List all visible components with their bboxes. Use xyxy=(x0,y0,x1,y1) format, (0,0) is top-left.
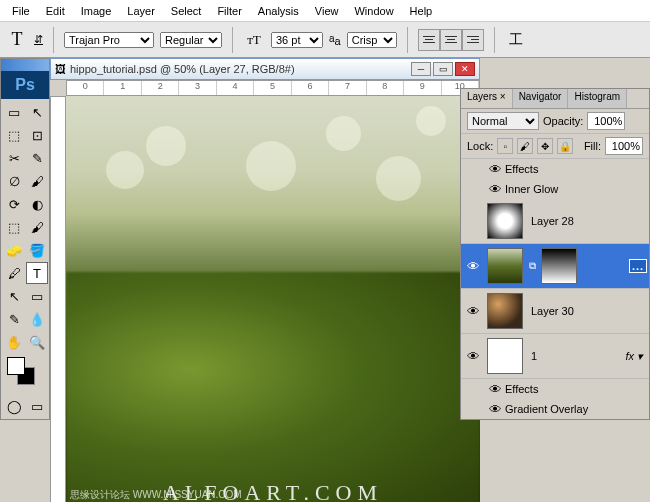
fill-input[interactable] xyxy=(605,137,643,155)
shape-tool[interactable]: ▭ xyxy=(26,285,48,307)
antialias-select[interactable]: Crisp xyxy=(347,32,397,48)
lasso-tool[interactable]: ⬚ xyxy=(3,124,25,146)
menu-layer[interactable]: Layer xyxy=(119,2,163,20)
tab-layers[interactable]: Layers × xyxy=(461,89,513,108)
document-icon: 🖼 xyxy=(55,63,66,75)
lock-transparency-icon[interactable]: ▫ xyxy=(497,138,513,154)
layer-row-selected[interactable]: 👁 ⧉ ... xyxy=(461,244,649,289)
effects-row[interactable]: 👁 Effects xyxy=(461,159,649,179)
dodge-tool[interactable]: 🪣 xyxy=(26,239,48,261)
blur-tool[interactable]: 🧽 xyxy=(3,239,25,261)
layer-expand-icon[interactable]: ... xyxy=(629,259,647,273)
moss-foreground xyxy=(66,272,480,502)
text-orientation-icon[interactable]: ⇵ xyxy=(34,33,43,46)
marquee-tool[interactable]: ▭ xyxy=(3,101,25,123)
menu-help[interactable]: Help xyxy=(402,2,441,20)
zoom-tool[interactable]: 🔍 xyxy=(26,331,48,353)
visibility-icon[interactable]: 👁 xyxy=(463,259,483,274)
mask-thumbnail[interactable] xyxy=(541,248,577,284)
menu-file[interactable]: File xyxy=(4,2,38,20)
menu-analysis[interactable]: Analysis xyxy=(250,2,307,20)
path-select-tool[interactable]: ↖ xyxy=(3,285,25,307)
layer-name[interactable]: Layer 30 xyxy=(527,305,647,317)
layer-thumbnail[interactable] xyxy=(487,248,523,284)
heal-tool[interactable]: ∅ xyxy=(3,170,25,192)
blend-mode-select[interactable]: Normal xyxy=(467,112,539,130)
bokeh-blur xyxy=(146,126,186,166)
layer-thumbnail[interactable] xyxy=(487,293,523,329)
eraser-tool[interactable]: ⬚ xyxy=(3,216,25,238)
layer-thumbnail[interactable] xyxy=(487,338,523,374)
lock-all-icon[interactable]: 🔒 xyxy=(557,138,573,154)
move-tool[interactable]: ↖ xyxy=(26,101,48,123)
gradient-tool[interactable]: 🖌 xyxy=(26,216,48,238)
eyedropper-tool[interactable]: 💧 xyxy=(26,308,48,330)
menu-select[interactable]: Select xyxy=(163,2,210,20)
menu-edit[interactable]: Edit xyxy=(38,2,73,20)
opacity-label: Opacity: xyxy=(543,115,583,127)
warp-text-icon[interactable]: 工 xyxy=(505,31,527,49)
layer-name[interactable]: 1 xyxy=(527,350,621,362)
ps-logo: Ps xyxy=(1,71,49,99)
inner-glow-row[interactable]: 👁 Inner Glow xyxy=(461,179,649,199)
visibility-icon[interactable]: 👁 xyxy=(485,402,505,417)
canvas[interactable]: 思缘设计论坛 WWW.MISSYUAN.COM ALFOART.COM xyxy=(66,96,480,502)
menu-filter[interactable]: Filter xyxy=(209,2,249,20)
slice-tool[interactable]: ✎ xyxy=(26,147,48,169)
font-weight-select[interactable]: Regular xyxy=(160,32,222,48)
lock-label: Lock: xyxy=(467,140,493,152)
layers-panel: Layers × Navigator Histogram Normal Opac… xyxy=(460,88,650,420)
pen-tool[interactable]: 🖊 xyxy=(3,262,25,284)
align-left-button[interactable] xyxy=(418,29,440,51)
crop-tool[interactable]: ✂ xyxy=(3,147,25,169)
screenmode-toggle[interactable]: ▭ xyxy=(26,395,48,417)
visibility-icon[interactable]: 👁 xyxy=(463,349,483,364)
font-size-select[interactable]: 36 pt xyxy=(271,32,323,48)
layer-row[interactable]: 👁 Layer 30 xyxy=(461,289,649,334)
minimize-button[interactable]: ─ xyxy=(411,62,431,76)
bokeh-blur xyxy=(376,156,421,201)
visibility-icon[interactable]: 👁 xyxy=(463,304,483,319)
lock-position-icon[interactable]: ✥ xyxy=(537,138,553,154)
ruler-vertical[interactable] xyxy=(50,96,66,502)
align-right-button[interactable] xyxy=(462,29,484,51)
quickmask-toggle[interactable]: ◯ xyxy=(3,395,25,417)
tab-navigator[interactable]: Navigator xyxy=(513,89,569,108)
font-size-icon: тT xyxy=(243,32,265,48)
menu-image[interactable]: Image xyxy=(73,2,120,20)
maximize-button[interactable]: ▭ xyxy=(433,62,453,76)
visibility-icon[interactable]: 👁 xyxy=(485,182,505,197)
foreground-color[interactable] xyxy=(7,357,25,375)
menu-view[interactable]: View xyxy=(307,2,347,20)
layer-row[interactable]: 👁 1 fx ▾ xyxy=(461,334,649,379)
layer-row[interactable]: Layer 28 xyxy=(461,199,649,244)
color-swatches xyxy=(1,355,49,393)
opacity-input[interactable] xyxy=(587,112,625,130)
close-button[interactable]: ✕ xyxy=(455,62,475,76)
bokeh-blur xyxy=(106,151,144,189)
stamp-tool[interactable]: ⟳ xyxy=(3,193,25,215)
visibility-icon[interactable]: 👁 xyxy=(485,162,505,177)
mask-link-icon[interactable]: ⧉ xyxy=(527,260,537,272)
document-titlebar[interactable]: 🖼 hippo_tutorial.psd @ 50% (Layer 27, RG… xyxy=(50,58,480,80)
type-tool[interactable]: T xyxy=(26,262,48,284)
visibility-icon[interactable]: 👁 xyxy=(485,382,505,397)
tab-histogram[interactable]: Histogram xyxy=(568,89,627,108)
fx-badge[interactable]: fx ▾ xyxy=(621,350,647,363)
gradient-overlay-row[interactable]: 👁 Gradient Overlay xyxy=(461,399,649,419)
menu-window[interactable]: Window xyxy=(346,2,401,20)
ruler-horizontal[interactable]: 012345678910 xyxy=(66,80,480,96)
layer-thumbnail[interactable] xyxy=(487,203,523,239)
notes-tool[interactable]: ✎ xyxy=(3,308,25,330)
history-brush-tool[interactable]: ◐ xyxy=(26,193,48,215)
align-center-button[interactable] xyxy=(440,29,462,51)
toolbox-handle[interactable] xyxy=(1,59,49,71)
effects-row[interactable]: 👁 Effects xyxy=(461,379,649,399)
layer-name[interactable]: Layer 28 xyxy=(527,215,647,227)
lock-pixels-icon[interactable]: 🖌 xyxy=(517,138,533,154)
font-family-select[interactable]: Trajan Pro xyxy=(64,32,154,48)
brush-tool[interactable]: 🖌 xyxy=(26,170,48,192)
hand-tool[interactable]: ✋ xyxy=(3,331,25,353)
wand-tool[interactable]: ⊡ xyxy=(26,124,48,146)
options-bar: T ⇵ Trajan Pro Regular тT 36 pt aa Crisp… xyxy=(0,22,650,58)
